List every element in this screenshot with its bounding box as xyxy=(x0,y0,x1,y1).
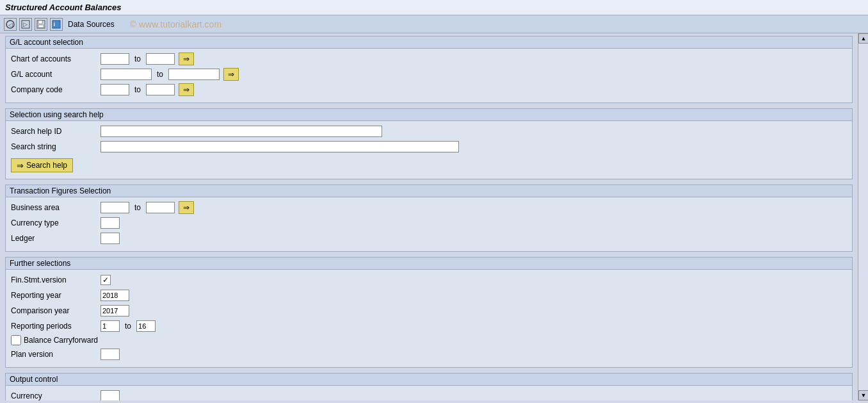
gl-account-selection-header: G/L account selection xyxy=(6,37,852,49)
chart-of-accounts-to-label: to xyxy=(134,54,141,63)
search-help-id-label: Search help ID xyxy=(11,127,100,136)
plan-version-input[interactable] xyxy=(100,349,120,360)
chart-of-accounts-from[interactable] xyxy=(100,53,129,65)
chart-of-accounts-to[interactable] xyxy=(146,53,175,65)
output-control-header: Output control xyxy=(6,374,852,386)
gl-account-label: G/L account xyxy=(11,70,100,79)
scrollbar: ▲ ▼ xyxy=(858,33,868,400)
svg-rect-6 xyxy=(38,25,44,28)
company-code-arrow[interactable]: ⇒ xyxy=(179,83,194,96)
business-area-row: Business area to ⇒ xyxy=(11,201,847,214)
fin-stmt-version-label: Fin.Stmt.version xyxy=(11,276,100,284)
reporting-periods-label: Reporting periods xyxy=(11,322,100,331)
reporting-year-label: Reporting year xyxy=(11,291,100,300)
currency-type-input[interactable] xyxy=(100,217,120,229)
currency-input[interactable] xyxy=(100,390,120,400)
scroll-down-button[interactable]: ▼ xyxy=(858,390,868,400)
gl-account-arrow[interactable]: ⇒ xyxy=(223,68,239,81)
svg-rect-5 xyxy=(38,21,42,24)
title-bar: Structured Account Balances xyxy=(0,0,868,15)
search-help-body: Search help ID Search string ⇒ Search he… xyxy=(6,121,852,179)
currency-type-row: Currency type xyxy=(11,217,847,229)
output-control-body: Currency xyxy=(6,386,852,400)
chart-of-accounts-row: Chart of accounts to ⇒ xyxy=(11,53,847,65)
arrow-icon: ⇒ xyxy=(183,54,189,63)
company-code-from[interactable] xyxy=(100,84,129,95)
page-title: Structured Account Balances xyxy=(5,3,122,12)
gl-account-selection-section: G/L account selection Chart of accounts … xyxy=(5,36,853,103)
business-area-to-label: to xyxy=(134,203,141,212)
transaction-figures-body: Business area to ⇒ Currency type Ledger xyxy=(6,197,852,251)
scroll-up-icon: ▲ xyxy=(861,35,867,42)
watermark: © www.tutorialkart.com xyxy=(130,19,221,29)
reporting-periods-row: Reporting periods to xyxy=(11,320,847,333)
search-string-label: Search string xyxy=(11,142,100,151)
fin-stmt-version-checkbox[interactable]: ✓ xyxy=(100,275,111,285)
arrow-icon-2: ⇒ xyxy=(228,70,234,79)
chart-of-accounts-arrow[interactable]: ⇒ xyxy=(179,53,194,65)
back-icon[interactable]: ◁ xyxy=(4,18,17,31)
currency-row: Currency xyxy=(11,390,847,400)
ledger-input[interactable] xyxy=(100,233,120,244)
currency-type-label: Currency type xyxy=(11,218,100,227)
business-area-arrow[interactable]: ⇒ xyxy=(179,201,194,214)
comparison-year-label: Comparison year xyxy=(11,306,100,315)
svg-text:◁: ◁ xyxy=(8,21,13,28)
comparison-year-input[interactable] xyxy=(100,305,129,317)
fin-stmt-version-row: Fin.Stmt.version ✓ xyxy=(11,274,847,286)
search-help-btn-row: ⇒ Search help xyxy=(11,156,847,172)
business-area-from[interactable] xyxy=(100,202,129,213)
search-help-id-input[interactable] xyxy=(100,126,382,137)
balance-carryforward-label: Balance Carryforward xyxy=(24,336,98,345)
reporting-periods-to[interactable] xyxy=(136,320,156,332)
svg-text:i: i xyxy=(54,21,56,28)
plan-version-row: Plan version xyxy=(11,348,847,361)
balance-carryforward-row: Balance Carryforward xyxy=(11,335,847,345)
chart-of-accounts-label: Chart of accounts xyxy=(11,54,100,63)
output-control-section: Output control Currency xyxy=(5,373,853,400)
business-area-label: Business area xyxy=(11,203,100,212)
company-code-to[interactable] xyxy=(146,84,175,95)
gl-account-to-label: to xyxy=(157,70,163,79)
forward-icon[interactable]: ▷ xyxy=(19,18,32,31)
search-string-row: Search string xyxy=(11,140,847,153)
reporting-periods-to-label: to xyxy=(125,322,131,331)
plan-version-label: Plan version xyxy=(11,350,100,359)
company-code-row: Company code to ⇒ xyxy=(11,83,847,96)
reporting-year-input[interactable] xyxy=(100,290,129,301)
arrow-icon-3: ⇒ xyxy=(183,85,189,94)
search-help-button[interactable]: ⇒ Search help xyxy=(11,158,73,172)
further-selections-body: Fin.Stmt.version ✓ Reporting year Compar… xyxy=(6,270,852,367)
balance-carryforward-checkbox[interactable] xyxy=(11,335,21,345)
datasources-icon[interactable]: i xyxy=(50,18,63,31)
gl-account-selection-body: Chart of accounts to ⇒ G/L account to ⇒ xyxy=(6,49,852,103)
transaction-figures-section: Transaction Figures Selection Business a… xyxy=(5,185,853,252)
business-area-to[interactable] xyxy=(146,202,175,213)
gl-account-row: G/L account to ⇒ xyxy=(11,68,847,81)
search-help-btn-label: Search help xyxy=(26,161,67,170)
save-icon[interactable] xyxy=(35,18,47,31)
scroll-down-icon: ▼ xyxy=(861,392,867,399)
comparison-year-row: Comparison year xyxy=(11,304,847,317)
transaction-figures-header: Transaction Figures Selection xyxy=(6,185,852,197)
search-help-section: Selection using search help Search help … xyxy=(5,108,853,179)
main-content: G/L account selection Chart of accounts … xyxy=(0,33,868,400)
further-selections-section: Further selections Fin.Stmt.version ✓ Re… xyxy=(5,257,853,368)
reporting-periods-from[interactable] xyxy=(100,320,120,332)
company-code-label: Company code xyxy=(11,85,100,94)
ledger-row: Ledger xyxy=(11,232,847,245)
ledger-label: Ledger xyxy=(11,234,100,243)
gl-account-to[interactable] xyxy=(168,69,220,80)
svg-text:▷: ▷ xyxy=(23,21,28,28)
scroll-area: G/L account selection Chart of accounts … xyxy=(0,33,858,400)
scroll-track[interactable] xyxy=(858,44,868,390)
search-string-input[interactable] xyxy=(100,141,459,152)
company-code-to-label: to xyxy=(134,85,141,94)
fin-stmt-version-check: ✓ xyxy=(102,276,109,284)
scroll-up-button[interactable]: ▲ xyxy=(858,33,868,44)
search-help-header: Selection using search help xyxy=(6,109,852,121)
toolbar: ◁ ▷ i Data Sources © www.tutorialkart.co… xyxy=(0,15,868,33)
reporting-year-row: Reporting year xyxy=(11,289,847,302)
search-help-id-row: Search help ID xyxy=(11,125,847,138)
gl-account-from[interactable] xyxy=(100,69,152,80)
